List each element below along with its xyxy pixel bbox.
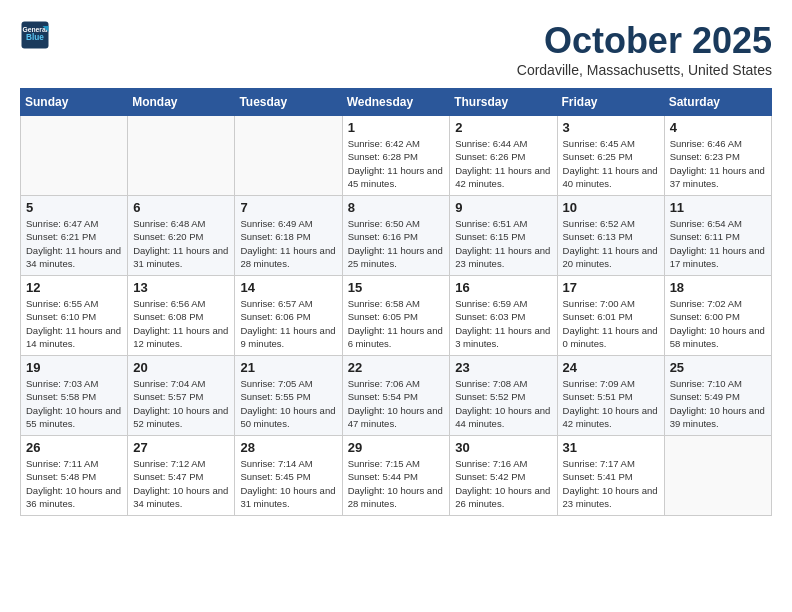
day-number: 8 xyxy=(348,200,445,215)
day-number: 25 xyxy=(670,360,766,375)
day-number: 14 xyxy=(240,280,336,295)
day-info: Sunrise: 7:00 AMSunset: 6:01 PMDaylight:… xyxy=(563,297,659,350)
day-number: 13 xyxy=(133,280,229,295)
calendar-cell: 21Sunrise: 7:05 AMSunset: 5:55 PMDayligh… xyxy=(235,356,342,436)
day-number: 4 xyxy=(670,120,766,135)
weekday-header: Thursday xyxy=(450,89,557,116)
calendar-cell: 1Sunrise: 6:42 AMSunset: 6:28 PMDaylight… xyxy=(342,116,450,196)
calendar-cell xyxy=(21,116,128,196)
day-number: 24 xyxy=(563,360,659,375)
day-info: Sunrise: 7:15 AMSunset: 5:44 PMDaylight:… xyxy=(348,457,445,510)
day-number: 21 xyxy=(240,360,336,375)
day-info: Sunrise: 7:02 AMSunset: 6:00 PMDaylight:… xyxy=(670,297,766,350)
day-number: 19 xyxy=(26,360,122,375)
day-number: 17 xyxy=(563,280,659,295)
calendar-cell: 29Sunrise: 7:15 AMSunset: 5:44 PMDayligh… xyxy=(342,436,450,516)
day-info: Sunrise: 6:56 AMSunset: 6:08 PMDaylight:… xyxy=(133,297,229,350)
day-info: Sunrise: 6:58 AMSunset: 6:05 PMDaylight:… xyxy=(348,297,445,350)
calendar-cell xyxy=(128,116,235,196)
calendar-week-row: 5Sunrise: 6:47 AMSunset: 6:21 PMDaylight… xyxy=(21,196,772,276)
calendar-cell: 2Sunrise: 6:44 AMSunset: 6:26 PMDaylight… xyxy=(450,116,557,196)
calendar-cell: 9Sunrise: 6:51 AMSunset: 6:15 PMDaylight… xyxy=(450,196,557,276)
svg-text:Blue: Blue xyxy=(26,33,44,42)
day-info: Sunrise: 6:52 AMSunset: 6:13 PMDaylight:… xyxy=(563,217,659,270)
day-number: 16 xyxy=(455,280,551,295)
weekday-header: Wednesday xyxy=(342,89,450,116)
day-number: 28 xyxy=(240,440,336,455)
day-number: 9 xyxy=(455,200,551,215)
day-info: Sunrise: 7:09 AMSunset: 5:51 PMDaylight:… xyxy=(563,377,659,430)
day-number: 29 xyxy=(348,440,445,455)
weekday-header-row: SundayMondayTuesdayWednesdayThursdayFrid… xyxy=(21,89,772,116)
logo: General Blue xyxy=(20,20,50,50)
calendar-cell xyxy=(664,436,771,516)
day-info: Sunrise: 6:55 AMSunset: 6:10 PMDaylight:… xyxy=(26,297,122,350)
calendar-cell: 20Sunrise: 7:04 AMSunset: 5:57 PMDayligh… xyxy=(128,356,235,436)
day-info: Sunrise: 7:12 AMSunset: 5:47 PMDaylight:… xyxy=(133,457,229,510)
calendar-cell: 4Sunrise: 6:46 AMSunset: 6:23 PMDaylight… xyxy=(664,116,771,196)
weekday-header: Monday xyxy=(128,89,235,116)
calendar-cell: 24Sunrise: 7:09 AMSunset: 5:51 PMDayligh… xyxy=(557,356,664,436)
day-info: Sunrise: 7:17 AMSunset: 5:41 PMDaylight:… xyxy=(563,457,659,510)
day-number: 12 xyxy=(26,280,122,295)
day-info: Sunrise: 6:54 AMSunset: 6:11 PMDaylight:… xyxy=(670,217,766,270)
day-number: 15 xyxy=(348,280,445,295)
calendar-cell: 8Sunrise: 6:50 AMSunset: 6:16 PMDaylight… xyxy=(342,196,450,276)
day-number: 7 xyxy=(240,200,336,215)
day-number: 18 xyxy=(670,280,766,295)
calendar-table: SundayMondayTuesdayWednesdayThursdayFrid… xyxy=(20,88,772,516)
calendar-cell: 18Sunrise: 7:02 AMSunset: 6:00 PMDayligh… xyxy=(664,276,771,356)
calendar-cell: 13Sunrise: 6:56 AMSunset: 6:08 PMDayligh… xyxy=(128,276,235,356)
page-header: General Blue October 2025 Cordaville, Ma… xyxy=(20,20,772,78)
day-info: Sunrise: 7:06 AMSunset: 5:54 PMDaylight:… xyxy=(348,377,445,430)
calendar-cell: 23Sunrise: 7:08 AMSunset: 5:52 PMDayligh… xyxy=(450,356,557,436)
day-info: Sunrise: 7:08 AMSunset: 5:52 PMDaylight:… xyxy=(455,377,551,430)
day-number: 11 xyxy=(670,200,766,215)
day-info: Sunrise: 7:11 AMSunset: 5:48 PMDaylight:… xyxy=(26,457,122,510)
day-number: 23 xyxy=(455,360,551,375)
day-info: Sunrise: 7:05 AMSunset: 5:55 PMDaylight:… xyxy=(240,377,336,430)
day-number: 5 xyxy=(26,200,122,215)
calendar-week-row: 1Sunrise: 6:42 AMSunset: 6:28 PMDaylight… xyxy=(21,116,772,196)
month-title: October 2025 xyxy=(517,20,772,62)
day-info: Sunrise: 6:46 AMSunset: 6:23 PMDaylight:… xyxy=(670,137,766,190)
calendar-cell: 3Sunrise: 6:45 AMSunset: 6:25 PMDaylight… xyxy=(557,116,664,196)
day-number: 22 xyxy=(348,360,445,375)
calendar-week-row: 12Sunrise: 6:55 AMSunset: 6:10 PMDayligh… xyxy=(21,276,772,356)
calendar-cell xyxy=(235,116,342,196)
day-info: Sunrise: 7:04 AMSunset: 5:57 PMDaylight:… xyxy=(133,377,229,430)
weekday-header: Tuesday xyxy=(235,89,342,116)
calendar-cell: 27Sunrise: 7:12 AMSunset: 5:47 PMDayligh… xyxy=(128,436,235,516)
day-info: Sunrise: 6:47 AMSunset: 6:21 PMDaylight:… xyxy=(26,217,122,270)
day-number: 1 xyxy=(348,120,445,135)
calendar-cell: 16Sunrise: 6:59 AMSunset: 6:03 PMDayligh… xyxy=(450,276,557,356)
calendar-cell: 28Sunrise: 7:14 AMSunset: 5:45 PMDayligh… xyxy=(235,436,342,516)
calendar-cell: 31Sunrise: 7:17 AMSunset: 5:41 PMDayligh… xyxy=(557,436,664,516)
day-number: 20 xyxy=(133,360,229,375)
calendar-week-row: 26Sunrise: 7:11 AMSunset: 5:48 PMDayligh… xyxy=(21,436,772,516)
calendar-cell: 6Sunrise: 6:48 AMSunset: 6:20 PMDaylight… xyxy=(128,196,235,276)
calendar-cell: 5Sunrise: 6:47 AMSunset: 6:21 PMDaylight… xyxy=(21,196,128,276)
calendar-cell: 19Sunrise: 7:03 AMSunset: 5:58 PMDayligh… xyxy=(21,356,128,436)
calendar-cell: 17Sunrise: 7:00 AMSunset: 6:01 PMDayligh… xyxy=(557,276,664,356)
calendar-cell: 10Sunrise: 6:52 AMSunset: 6:13 PMDayligh… xyxy=(557,196,664,276)
day-info: Sunrise: 6:57 AMSunset: 6:06 PMDaylight:… xyxy=(240,297,336,350)
day-info: Sunrise: 6:50 AMSunset: 6:16 PMDaylight:… xyxy=(348,217,445,270)
day-number: 31 xyxy=(563,440,659,455)
day-info: Sunrise: 7:10 AMSunset: 5:49 PMDaylight:… xyxy=(670,377,766,430)
calendar-cell: 26Sunrise: 7:11 AMSunset: 5:48 PMDayligh… xyxy=(21,436,128,516)
day-info: Sunrise: 7:16 AMSunset: 5:42 PMDaylight:… xyxy=(455,457,551,510)
day-info: Sunrise: 6:49 AMSunset: 6:18 PMDaylight:… xyxy=(240,217,336,270)
calendar-week-row: 19Sunrise: 7:03 AMSunset: 5:58 PMDayligh… xyxy=(21,356,772,436)
day-number: 10 xyxy=(563,200,659,215)
calendar-cell: 7Sunrise: 6:49 AMSunset: 6:18 PMDaylight… xyxy=(235,196,342,276)
weekday-header: Saturday xyxy=(664,89,771,116)
day-number: 27 xyxy=(133,440,229,455)
calendar-cell: 30Sunrise: 7:16 AMSunset: 5:42 PMDayligh… xyxy=(450,436,557,516)
day-info: Sunrise: 6:48 AMSunset: 6:20 PMDaylight:… xyxy=(133,217,229,270)
day-info: Sunrise: 6:44 AMSunset: 6:26 PMDaylight:… xyxy=(455,137,551,190)
day-number: 26 xyxy=(26,440,122,455)
day-number: 3 xyxy=(563,120,659,135)
title-block: October 2025 Cordaville, Massachusetts, … xyxy=(517,20,772,78)
day-info: Sunrise: 6:42 AMSunset: 6:28 PMDaylight:… xyxy=(348,137,445,190)
